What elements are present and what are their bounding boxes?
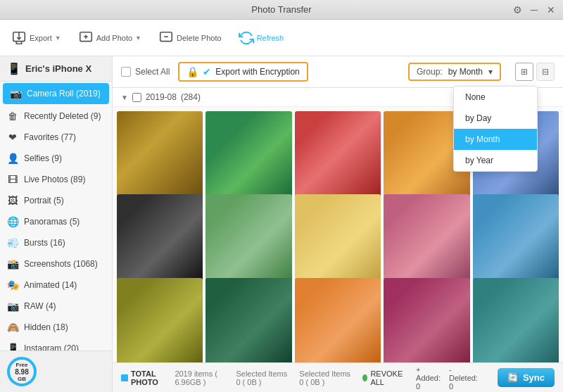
photo-inner: [295, 278, 381, 362]
photo-thumb[interactable]: [295, 278, 381, 362]
photo-thumb[interactable]: [473, 194, 559, 280]
gear-button[interactable]: ⚙: [511, 4, 524, 16]
photo-inner: [473, 194, 559, 280]
photo-inner: [384, 194, 469, 280]
photo-inner: [117, 278, 203, 362]
view-buttons: ⊞ ⊟: [515, 63, 555, 81]
dropdown-item-by-year[interactable]: by Year: [454, 150, 537, 171]
sidebar-item-icon: 📸: [7, 258, 18, 270]
refresh-button[interactable]: Refresh: [239, 30, 284, 46]
storage-size: 8.98: [15, 368, 28, 376]
photo-inner: [205, 278, 291, 362]
encryption-label: Export with Encryption: [215, 67, 299, 77]
main-toolbar: Export ▼ Add Photo ▼ Delete Photo: [0, 20, 563, 56]
sidebar-item-instagram[interactable]: 📱Instagram (20): [0, 338, 112, 350]
sidebar-item-portrait[interactable]: 🖼Portrait (5): [0, 190, 112, 211]
sidebar-item-icon: 🎞: [7, 174, 18, 185]
sidebar-item-bursts[interactable]: 💨Bursts (16): [0, 232, 112, 253]
sidebar-item-label: Camera Roll (2019): [27, 89, 101, 99]
sidebar-item-hidden[interactable]: 🙈Hidden (18): [0, 317, 112, 338]
sidebar-item-raw[interactable]: 📷RAW (4): [0, 296, 112, 317]
minimize-button[interactable]: ─: [528, 4, 540, 16]
photo-thumb[interactable]: [117, 194, 203, 280]
encryption-box[interactable]: 🔒 ✔ Export with Encryption: [178, 62, 308, 82]
album-collapse-arrow[interactable]: ▼: [121, 94, 128, 101]
delete-photo-button[interactable]: Delete Photo: [158, 30, 222, 46]
export-button[interactable]: Export ▼: [11, 30, 61, 46]
sidebar-item-label: Instagram (20): [24, 343, 79, 350]
photo-inner: [117, 194, 203, 280]
grid-view-button[interactable]: ⊞: [515, 63, 533, 81]
sidebar-item-label: Animated (14): [24, 280, 77, 290]
sidebar-item-selfies[interactable]: 👤Selfies (9): [0, 148, 112, 169]
photo-inner: [295, 194, 381, 280]
group-arrow-icon: ▾: [488, 67, 493, 77]
sidebar-item-camera-roll[interactable]: 📷Camera Roll (2019): [3, 83, 109, 104]
sidebar-item-icon: 🎭: [7, 279, 18, 291]
photo-inner: [205, 194, 291, 280]
deleted-count: - Deleted: 0: [449, 365, 478, 391]
group-dropdown[interactable]: Group: by Month ▾: [408, 63, 501, 81]
photo-thumb[interactable]: [384, 194, 469, 280]
sidebar-item-label: Favorites (77): [24, 132, 76, 142]
revoke-all-button[interactable]: REVOKE ALL: [362, 369, 405, 386]
photo-inner: [384, 278, 469, 362]
close-button[interactable]: ✕: [545, 4, 557, 16]
photo-thumb[interactable]: [295, 194, 381, 280]
dropdown-item-none[interactable]: None: [454, 87, 537, 108]
lock-icon: 🔒: [186, 66, 198, 77]
sidebar-item-label: Recently Deleted (9): [24, 111, 101, 121]
sync-icon: 🔄: [507, 372, 519, 383]
sidebar-item-animated[interactable]: 🎭Animated (14): [0, 274, 112, 296]
album-checkbox[interactable]: [132, 93, 141, 102]
total-count: 2019 items ( 6.96GB ): [175, 369, 224, 386]
photo-thumb[interactable]: [384, 278, 469, 362]
device-header: 📱 Eric's iPhone X: [0, 56, 112, 82]
album-date: 2019-08: [146, 92, 177, 102]
photo-thumb[interactable]: [295, 111, 381, 197]
sidebar-item-icon: 💨: [7, 237, 18, 248]
sidebar-footer: Free 8.98 GB: [0, 350, 112, 392]
photo-thumb[interactable]: [117, 278, 203, 362]
sidebar-item-icon: 👤: [7, 153, 18, 164]
photo-thumb[interactable]: [117, 111, 203, 197]
dropdown-item-by-month[interactable]: by Month: [454, 129, 537, 150]
title-bar: Photo Transfer ⚙ ─ ✕: [0, 0, 563, 20]
content-area: Select All 🔒 ✔ Export with Encryption Gr…: [113, 56, 563, 392]
main-content: 📱 Eric's iPhone X 📷Camera Roll (2019)🗑Re…: [0, 56, 563, 392]
group-dropdown-menu: Noneby Dayby Monthby Year: [453, 86, 538, 172]
sidebar-item-label: RAW (4): [24, 301, 56, 311]
sync-button[interactable]: 🔄 Sync: [498, 368, 555, 387]
sidebar-item-label: Portrait (5): [24, 196, 64, 206]
device-name: Eric's iPhone X: [25, 63, 91, 74]
add-photo-arrow: ▼: [135, 34, 141, 42]
sidebar: 📱 Eric's iPhone X 📷Camera Roll (2019)🗑Re…: [0, 56, 113, 392]
sidebar-item-live-photos[interactable]: 🎞Live Photos (89): [0, 169, 112, 190]
sidebar-item-icon: 🗑: [7, 110, 18, 122]
select-all[interactable]: Select All: [121, 67, 170, 77]
photo-thumb[interactable]: [205, 194, 291, 280]
storage-free-label: Free: [16, 362, 28, 368]
photo-thumb[interactable]: [473, 278, 559, 362]
sidebar-item-label: Live Photos (89): [24, 175, 85, 184]
added-deleted-stats: + Added: 0 - Deleted: 0: [416, 365, 478, 391]
photo-thumb[interactable]: [205, 278, 291, 362]
sidebar-item-screenshots[interactable]: 📸Screenshots (1068): [0, 253, 112, 274]
sidebar-item-panoramas[interactable]: 🌐Panoramas (5): [0, 211, 112, 232]
sidebar-item-recently-deleted[interactable]: 🗑Recently Deleted (9): [0, 106, 112, 127]
sidebar-item-icon: 📷: [7, 301, 18, 312]
photo-inner: [117, 111, 203, 197]
sidebar-item-label: Selfies (9): [24, 153, 62, 163]
dropdown-item-by-day[interactable]: by Day: [454, 108, 537, 129]
select-all-checkbox[interactable]: [121, 67, 131, 77]
sidebar-item-icon: 📷: [10, 88, 21, 99]
sidebar-item-favorites[interactable]: ❤Favorites (77): [0, 127, 112, 148]
added-count: + Added: 0: [416, 365, 441, 391]
add-photo-button[interactable]: Add Photo ▼: [78, 30, 141, 46]
selected-items: Selected Items 0 ( 0B ): [236, 369, 288, 386]
photo-thumb[interactable]: [205, 111, 291, 197]
list-view-button[interactable]: ⊟: [536, 63, 555, 81]
sidebar-item-label: Panoramas (5): [24, 217, 80, 227]
bottom-bar: TOTAL PHOTO 2019 items ( 6.96GB ) Select…: [113, 362, 563, 392]
sidebar-item-label: Hidden (18): [24, 322, 68, 332]
